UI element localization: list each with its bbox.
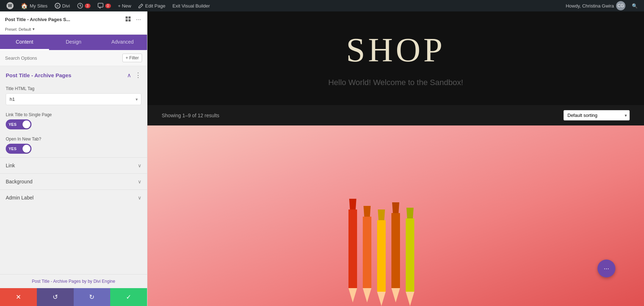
wp-logo-item[interactable]: W (3, 0, 17, 11)
preset-row: Preset: Default ▾ (5, 27, 142, 34)
panel-grid-icon[interactable] (124, 15, 132, 24)
panel-more-icon[interactable]: ⋯ (135, 16, 142, 24)
tab-design-label: Design (66, 39, 82, 45)
divi-label: Divi (62, 3, 70, 9)
tab-content[interactable]: Content (0, 35, 49, 50)
link-title-toggle-wrapper: YES (6, 119, 141, 129)
footer-by: by (82, 279, 87, 284)
svg-rect-5 (128, 19, 131, 21)
svg-rect-3 (128, 16, 131, 19)
svg-marker-14 (377, 292, 386, 306)
svg-rect-10 (363, 217, 371, 288)
redo-button[interactable]: ↻ (74, 288, 111, 306)
tab-design[interactable]: Design (49, 35, 98, 50)
updates-icon (77, 3, 83, 9)
fab-button[interactable]: ··· (597, 260, 615, 277)
link-title-toggle-knob (23, 120, 30, 128)
background-section: Background ∨ (0, 173, 147, 189)
open-new-tab-toggle-wrapper: YES (6, 144, 141, 154)
open-new-tab-toggle-knob (23, 145, 30, 153)
shop-title: SHOP (162, 33, 630, 67)
tab-content-label: Content (16, 39, 33, 45)
wp-admin-bar: W 🏠 My Sites D Divi 3 0 + New Edit Page … (0, 0, 644, 11)
svg-rect-1 (98, 3, 103, 7)
left-panel: Post Title - Archive Pages S... ⋯ Preset… (0, 11, 147, 306)
section-collapse-icon[interactable]: ∧ (127, 72, 131, 79)
link-section-title: Link (6, 163, 15, 168)
edit-page-label: Edit Page (145, 3, 165, 9)
title-html-tag-field: Title HTML Tag h1 h2 h3 h4 h5 h6 p span … (0, 83, 147, 109)
svg-marker-9 (364, 206, 371, 217)
svg-marker-6 (349, 199, 356, 209)
cancel-button[interactable]: ✕ (0, 288, 37, 306)
section-more-icon[interactable]: ⋮ (135, 71, 141, 79)
svg-rect-19 (406, 218, 414, 292)
title-html-tag-select[interactable]: h1 h2 h3 h4 h5 h6 p span div (6, 93, 141, 105)
search-input[interactable] (5, 55, 119, 61)
fab-icon: ··· (604, 265, 609, 272)
link-title-toggle[interactable]: YES (6, 119, 31, 129)
filter-button[interactable]: + Filter (122, 54, 142, 62)
background-section-header[interactable]: Background ∨ (0, 174, 147, 189)
exit-builder-label: Exit Visual Builder (172, 3, 210, 9)
svg-marker-12 (378, 209, 385, 220)
product-image-area: ··· (147, 125, 644, 306)
preview-hero: SHOP Hello World! Welcome to the Sandbox… (147, 11, 644, 105)
preview-area: SHOP Hello World! Welcome to the Sandbox… (147, 11, 644, 306)
undo-icon: ↺ (53, 293, 58, 301)
open-new-tab-toggle-yes: YES (6, 147, 16, 151)
shop-subtitle: Hello World! Welcome to the Sandbox! (162, 78, 630, 87)
sort-wrapper: Default sorting Sort by popularity Sort … (564, 110, 630, 120)
section-title: Post Title - Archive Pages (6, 72, 71, 78)
footer-title: Post Title - Archive Pages (32, 279, 81, 284)
sort-select[interactable]: Default sorting Sort by popularity Sort … (564, 110, 630, 120)
search-bar: + Filter (0, 50, 147, 66)
svg-marker-18 (406, 208, 414, 218)
panel-title-icons: ⋯ (124, 15, 142, 24)
svg-marker-15 (392, 202, 399, 213)
svg-marker-8 (348, 288, 357, 302)
divi-item[interactable]: D Divi (51, 0, 74, 11)
svg-marker-11 (363, 288, 371, 302)
panel-tabs: Content Design Advanced (0, 35, 147, 50)
admin-label-chevron-icon: ∨ (138, 195, 141, 201)
divi-logo-icon: D (55, 3, 60, 9)
pencils-illustration (270, 199, 521, 306)
sites-icon: 🏠 (21, 3, 28, 9)
tab-advanced-label: Advanced (111, 39, 133, 45)
tab-advanced[interactable]: Advanced (98, 35, 147, 50)
preview-products: ··· (147, 125, 644, 306)
admin-label-section-header[interactable]: Admin Label ∨ (0, 190, 147, 206)
updates-item[interactable]: 3 (74, 0, 94, 11)
svg-rect-13 (377, 220, 386, 292)
new-item[interactable]: + New (114, 0, 135, 11)
admin-search-icon[interactable]: 🔍 (628, 3, 641, 9)
panel-title: Post Title - Archive Pages S... (5, 17, 70, 22)
comments-item[interactable]: 0 (94, 0, 114, 11)
my-sites-item[interactable]: 🏠 My Sites (17, 0, 51, 11)
main-area: Post Title - Archive Pages S... ⋯ Preset… (0, 11, 644, 306)
background-section-title: Background (6, 179, 33, 184)
link-chevron-icon: ∨ (138, 163, 141, 168)
edit-page-item[interactable]: Edit Page (135, 0, 169, 11)
user-avatar: CG (616, 1, 625, 10)
background-chevron-icon: ∨ (138, 179, 141, 184)
undo-button[interactable]: ↺ (37, 288, 74, 306)
open-new-tab-toggle[interactable]: YES (6, 144, 31, 154)
confirm-button[interactable]: ✓ (110, 288, 147, 306)
footer-plugin-link[interactable]: Post Title - Archive Pages by by Divi En… (32, 279, 115, 284)
divi-count-badge: 3 (85, 4, 91, 8)
link-section-header[interactable]: Link ∨ (0, 158, 147, 173)
preset-label: Preset: Default (5, 27, 31, 31)
open-new-tab-toggle-row: Open In New Tab? YES (0, 133, 147, 157)
panel-toolbar: ✕ ↺ ↻ ✓ (0, 288, 147, 306)
edit-icon (138, 3, 143, 8)
filter-label: + Filter (126, 55, 139, 60)
footer-plugin-name: Divi Engine (93, 279, 115, 284)
comments-count-badge: 0 (105, 4, 111, 8)
cancel-icon: ✕ (16, 293, 21, 301)
exit-builder-item[interactable]: Exit Visual Builder (169, 0, 214, 11)
my-sites-label: My Sites (30, 3, 48, 9)
link-title-toggle-yes: YES (6, 122, 16, 127)
redo-icon: ↻ (89, 293, 94, 301)
